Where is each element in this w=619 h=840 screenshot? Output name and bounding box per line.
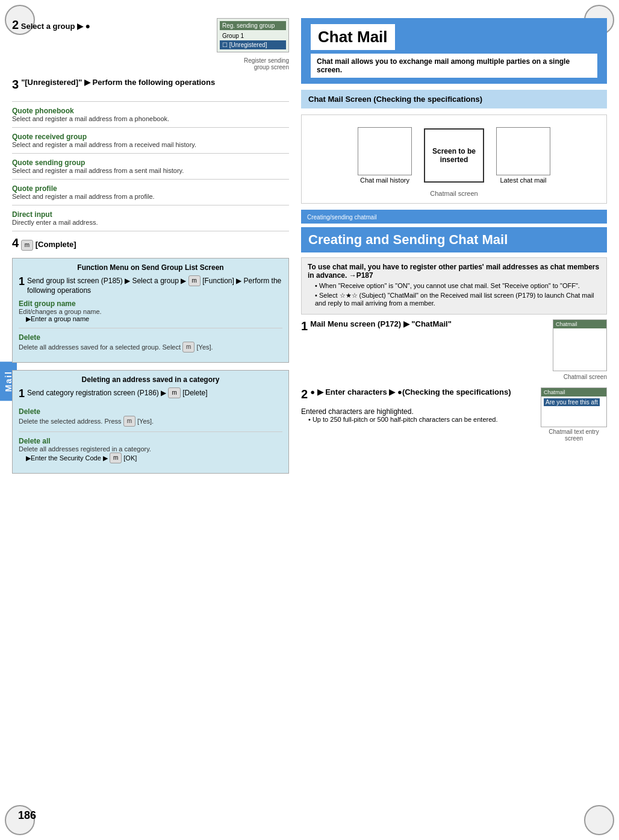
creating-sending-header: Creating/sending chatmail	[301, 210, 607, 224]
creating-step-2-desc: Entered characters are highlighted.	[301, 407, 535, 416]
delete-step-1-number: 1	[19, 387, 25, 400]
function-menu-title: Function Menu on Send Group List Screen	[19, 263, 282, 272]
step-4-block: 4 m [Complete]	[12, 236, 289, 251]
creating-step-2-title: ● ▶ Enter characters ▶ ●(Checking the sp…	[310, 387, 511, 396]
diagram-left-col: Chat mail history	[358, 127, 412, 184]
chatmail-diagram-container: Chat mail history Screen to be inserted …	[301, 114, 607, 204]
creating-step-2-bullet: Up to 250 full-pitch or 500 half-pitch c…	[308, 416, 535, 423]
chatmail-text-ss-title: Chatmail	[541, 388, 606, 396]
complete-key: m	[21, 240, 33, 251]
bullet-1: When "Receive option" is "ON", you canno…	[315, 282, 600, 289]
creating-step-2: 2 ● ▶ Enter characters ▶ ●(Checking the …	[301, 387, 607, 442]
screen-section-title: Chat Mail Screen (Checking the specifica…	[308, 95, 600, 104]
step-2-block: 2 Select a group ▶ ● Reg. sending group …	[12, 18, 289, 71]
creating-title-box: Creating and Sending Chat Mail	[301, 227, 607, 252]
chatmail-step1-screenshot: Chatmail	[553, 319, 607, 371]
step-2-title: Select a group ▶ ●	[21, 22, 90, 31]
creating-title: Creating and Sending Chat Mail	[308, 232, 600, 248]
diagram-center-col: Screen to be inserted	[424, 128, 484, 183]
chatmail-text-ss-content: Are you free this aft	[541, 396, 606, 427]
delete-selected: Delete Delete the selected address. Pres…	[19, 407, 282, 427]
creating-step-1-text: Mail Menu screen (P172) ▶ "ChatMail"	[310, 319, 452, 328]
delete-item: Delete Delete all addresses saved for a …	[19, 333, 282, 353]
chatmail-ss-content	[553, 328, 606, 371]
function-menu-box: Function Menu on Send Group List Screen …	[12, 258, 289, 363]
highlighted-chat-text: Are you free this aft	[544, 398, 600, 406]
creating-info-text: To use chat mail, you have to register o…	[308, 263, 600, 280]
chatmail-ss-title: Chatmail	[553, 320, 606, 328]
creating-info-box: To use chat mail, you have to register o…	[301, 257, 607, 315]
step-3-block: 3 "[Unregistered]" ▶ Perform the followi…	[12, 78, 289, 94]
edit-group-name: Edit group name Edit/changes a group nam…	[19, 299, 282, 323]
chatmail-screen-caption: Chatmail screen	[308, 190, 600, 197]
page-number: 186	[18, 809, 36, 822]
creating-header-label: Creating/sending chatmail	[307, 214, 377, 221]
chatmail-ss-caption: Chatmail screen	[547, 374, 607, 380]
chat-mail-header: Chat Mail Chat mail allows you to exchan…	[301, 18, 607, 84]
screen-section: Chat Mail Screen (Checking the specifica…	[301, 90, 607, 108]
right-column: Chat Mail Chat mail allows you to exchan…	[301, 18, 607, 481]
screenshot-caption: Register sendinggroup screen	[211, 57, 289, 71]
quote-profile: Quote profile Select and register a mail…	[12, 184, 289, 200]
chat-mail-intro: Chat mail allows you to exchange mail am…	[311, 54, 597, 78]
delete-step-1-text: Send category registration screen (P186)…	[27, 387, 208, 398]
chatmail-diagram: Chat mail history Screen to be inserted …	[308, 127, 600, 184]
chat-mail-title: Chat Mail	[311, 24, 395, 50]
delete-box-title: Deleting an address saved in a category	[19, 375, 282, 384]
quote-sending-group: Quote sending group Select and register …	[12, 158, 289, 174]
chatmail-text-entry-screenshot: Chatmail Are you free this aft Chatmail …	[541, 387, 607, 442]
delete-all: Delete all Delete all addresses register…	[19, 437, 282, 463]
chat-mail-history-box	[358, 127, 412, 175]
diagram-right-col: Latest chat mail	[496, 127, 550, 184]
step-4-number: 4	[12, 236, 19, 249]
direct-input: Direct input Directly enter a mail addre…	[12, 210, 289, 226]
chatmail-text-ss-caption: Chatmail text entry screen	[541, 428, 607, 442]
delete-address-box: Deleting an address saved in a category …	[12, 370, 289, 474]
step-3-title: "[Unregistered]" ▶ Perform the following…	[21, 78, 215, 87]
quote-received-group: Quote received group Select and register…	[12, 133, 289, 148]
creating-step-2-number: 2	[301, 387, 308, 401]
screenshot-item-1: Group 1	[220, 31, 286, 40]
left-column: 2 Select a group ▶ ● Reg. sending group …	[12, 18, 289, 481]
screen-to-be-inserted-box: Screen to be inserted	[424, 128, 484, 183]
chat-mail-history-label: Chat mail history	[360, 177, 409, 184]
screenshot-item-2: ☐ [Unregistered]	[220, 40, 286, 49]
creating-step-1: 1 Mail Menu screen (P172) ▶ "ChatMail" C…	[301, 319, 607, 380]
step-2-number: 2	[12, 18, 19, 31]
creating-step-2-text-area: 2 ● ▶ Enter characters ▶ ●(Checking the …	[301, 387, 535, 425]
step-3-number: 3	[12, 78, 19, 92]
function-step-1-text: Send group list screen (P185) ▶ Select a…	[27, 275, 282, 295]
quote-phonebook: Quote phonebook Select and register a ma…	[12, 107, 289, 122]
creating-step-1-number: 1	[301, 319, 308, 333]
reg-sending-group-screenshot: Reg. sending group Group 1 ☐ [Unregister…	[217, 18, 289, 52]
function-step-1-number: 1	[19, 275, 25, 288]
bullet-2: Select ☆★☆ (Subject) "ChatMail" on the R…	[315, 292, 600, 307]
step-4-label: [Complete]	[36, 240, 76, 249]
latest-chat-mail-box	[496, 127, 550, 175]
chatmail-text-ss-box: Chatmail Are you free this aft	[541, 387, 607, 427]
latest-chat-mail-label: Latest chat mail	[500, 177, 546, 184]
screenshot-title: Reg. sending group	[220, 21, 286, 30]
